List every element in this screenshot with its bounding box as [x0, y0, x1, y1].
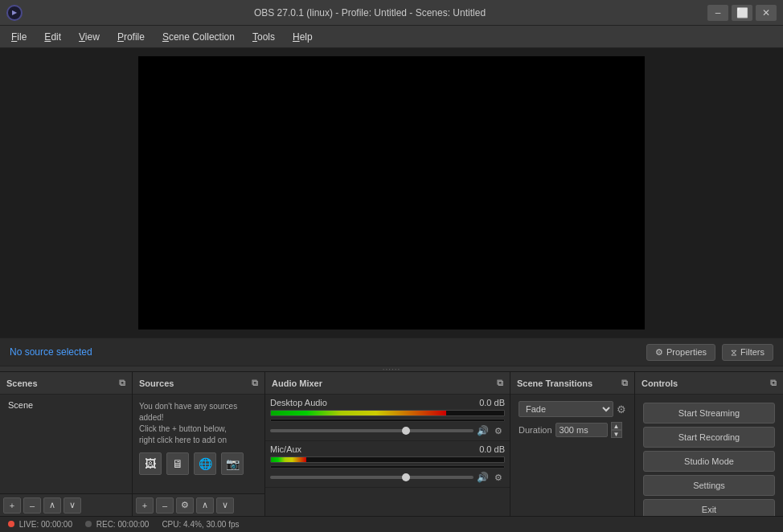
sources-panel-header: Sources ⧉ [133, 372, 264, 395]
start-streaming-button[interactable]: Start Streaming [643, 403, 775, 424]
duration-down-button[interactable]: ▼ [611, 430, 622, 438]
window-controls: – ⬜ ✕ [707, 5, 777, 21]
controls-panel-title: Controls [642, 379, 678, 388]
lower-panel: Scenes ⧉ Scene + – ∧ ∨ Sources ⧉ You don… [0, 371, 783, 516]
desktop-audio-settings-icon[interactable]: ⚙ [492, 424, 505, 437]
filter-icon: ⧖ [731, 347, 737, 358]
menu-scene-collection[interactable]: Scene Collection [154, 29, 243, 45]
source-move-down-button[interactable]: ∨ [216, 497, 234, 514]
live-dot [8, 521, 14, 527]
menu-help[interactable]: Help [285, 29, 321, 45]
maximize-button[interactable]: ⬜ [732, 5, 752, 21]
source-properties-button[interactable]: ⚙ [176, 497, 194, 514]
transitions-panel: Scene Transitions ⧉ Fade ⚙ Duration ▲ ▼ [510, 372, 635, 516]
minimize-button[interactable]: – [707, 5, 728, 21]
scene-item[interactable]: Scene [3, 398, 129, 412]
desktop-mute-icon[interactable]: 🔊 [477, 425, 489, 436]
mic-audio-label: Mic/Aux [270, 444, 301, 454]
desktop-audio-meter-2 [270, 419, 505, 422]
desktop-audio-db: 0.0 dB [479, 398, 505, 407]
title-bar: ▶ OBS 27.0.1 (linux) - Profile: Untitled… [0, 0, 783, 26]
mic-audio-controls: 🔊 ⚙ [270, 471, 505, 484]
audio-channel-mic: Mic/Aux 0.0 dB 🔊 ⚙ [265, 441, 510, 488]
transitions-panel-header: Scene Transitions ⧉ [510, 372, 634, 395]
controls-panel-icon[interactable]: ⧉ [770, 378, 777, 388]
source-icon-display[interactable]: 🖥 [166, 452, 189, 475]
scenes-toolbar: + – ∧ ∨ [0, 493, 132, 516]
preview-container [0, 48, 783, 338]
source-add-button[interactable]: + [136, 497, 154, 514]
transition-select[interactable]: Fade [519, 401, 613, 417]
filters-button[interactable]: ⧖ Filters [722, 344, 773, 361]
source-remove-button[interactable]: – [156, 497, 174, 514]
scenes-panel-title: Scenes [6, 379, 38, 388]
menu-profile[interactable]: Profile [109, 29, 153, 45]
mic-audio-slider[interactable] [270, 476, 473, 479]
mic-mute-icon[interactable]: 🔊 [477, 472, 489, 483]
transitions-panel-icon[interactable]: ⧉ [621, 378, 628, 388]
properties-button[interactable]: ⚙ Properties [646, 344, 715, 361]
transitions-panel-title: Scene Transitions [517, 379, 592, 388]
mic-audio-settings-icon[interactable]: ⚙ [492, 471, 505, 484]
rec-status: REC: 00:00:00 [85, 520, 149, 529]
sources-toolbar: + – ⚙ ∧ ∨ [133, 493, 264, 516]
audio-panel-header: Audio Mixer ⧉ [265, 372, 510, 395]
audio-panel-icon[interactable]: ⧉ [497, 378, 503, 388]
menu-view[interactable]: View [71, 29, 108, 45]
cpu-status: CPU: 4.4%, 30.00 fps [162, 520, 239, 529]
settings-button[interactable]: Settings [643, 475, 775, 496]
audio-channel-desktop-header: Desktop Audio 0.0 dB [270, 398, 505, 407]
sources-panel-icon[interactable]: ⧉ [252, 378, 258, 388]
scene-move-up-button[interactable]: ∧ [43, 497, 61, 514]
source-icon-browser[interactable]: 🌐 [194, 452, 216, 475]
duration-up-button[interactable]: ▲ [611, 422, 622, 430]
no-source-label: No source selected [10, 346, 92, 358]
controls-panel: Controls ⧉ Start Streaming Start Recordi… [635, 372, 783, 516]
sources-empty-text: You don't have any sources added!Click t… [136, 398, 261, 449]
close-button[interactable]: ✕ [756, 5, 777, 21]
live-label: LIVE: [19, 520, 39, 529]
desktop-audio-slider-thumb[interactable] [402, 427, 410, 435]
desktop-audio-meter-fill [271, 411, 446, 415]
duration-spinners: ▲ ▼ [611, 422, 622, 438]
sources-panel-title: Sources [139, 379, 174, 388]
transition-settings-icon[interactable]: ⚙ [617, 403, 626, 415]
scenes-panel-icon[interactable]: ⧉ [119, 378, 125, 388]
rec-time: 00:00:00 [117, 520, 149, 529]
mic-audio-slider-thumb[interactable] [402, 473, 410, 481]
mic-audio-meter-2 [270, 465, 505, 469]
source-icon-camera[interactable]: 📷 [221, 452, 244, 475]
menu-file[interactable]: File [3, 29, 35, 45]
status-bar: LIVE: 00:00:00 REC: 00:00:00 CPU: 4.4%, … [0, 516, 783, 532]
preview-canvas [138, 56, 645, 329]
audio-channel-mic-header: Mic/Aux 0.0 dB [270, 444, 505, 454]
menu-bar: File Edit View Profile Scene Collection … [0, 26, 783, 48]
transition-select-row: Fade ⚙ [519, 401, 626, 417]
controls-panel-header: Controls ⧉ [635, 372, 783, 395]
rec-dot [85, 521, 92, 527]
audio-channels: Desktop Audio 0.0 dB 🔊 ⚙ Mic/ [265, 395, 510, 516]
title-bar-logo: ▶ [6, 5, 32, 21]
duration-input[interactable] [555, 423, 608, 437]
source-bar: No source selected ⚙ Properties ⧖ Filter… [0, 338, 783, 366]
exit-button[interactable]: Exit [643, 499, 775, 516]
menu-tools[interactable]: Tools [244, 29, 283, 45]
scene-remove-button[interactable]: – [23, 497, 41, 514]
rec-label: REC: [96, 520, 116, 529]
mic-audio-meter [270, 456, 505, 463]
controls-content: Start Streaming Start Recording Studio M… [635, 395, 783, 516]
mic-audio-meter-fill [271, 457, 306, 462]
duration-row: Duration ▲ ▼ [519, 422, 626, 438]
sources-panel: Sources ⧉ You don't have any sources add… [133, 372, 265, 516]
desktop-audio-slider[interactable] [270, 429, 473, 432]
source-icon-image[interactable]: 🖼 [139, 452, 162, 475]
scenes-list: Scene [0, 395, 132, 493]
studio-mode-button[interactable]: Studio Mode [643, 451, 775, 472]
scene-move-down-button[interactable]: ∨ [64, 497, 81, 514]
scene-add-button[interactable]: + [3, 497, 21, 514]
audio-mixer-panel: Audio Mixer ⧉ Desktop Audio 0.0 dB 🔊 [265, 372, 510, 516]
start-recording-button[interactable]: Start Recording [643, 427, 775, 448]
audio-channel-desktop: Desktop Audio 0.0 dB 🔊 ⚙ [265, 395, 510, 441]
menu-edit[interactable]: Edit [36, 29, 69, 45]
source-move-up-button[interactable]: ∧ [196, 497, 214, 514]
